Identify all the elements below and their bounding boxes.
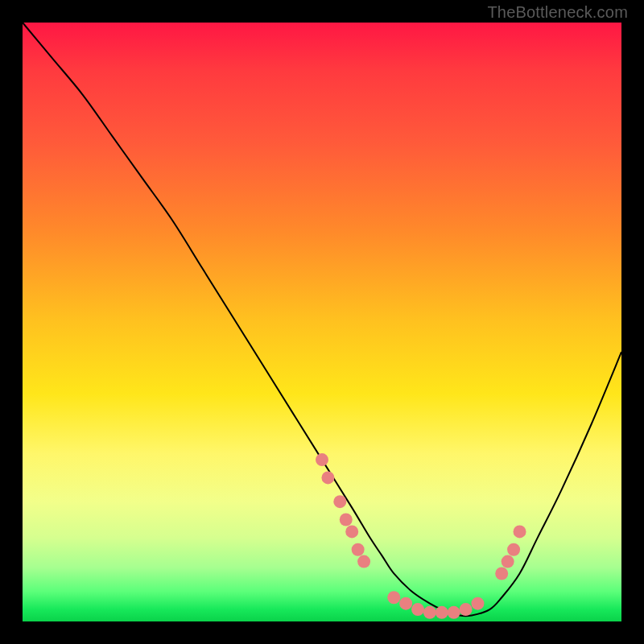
marker-dot <box>436 606 448 619</box>
marker-dot <box>352 543 365 556</box>
watermark-text: TheBottleneck.com <box>487 3 628 22</box>
bottleneck-curve <box>23 23 621 616</box>
marker-dot <box>448 606 460 619</box>
marker-dot <box>502 555 514 568</box>
marker-dot <box>357 555 370 568</box>
marker-dot <box>321 471 334 484</box>
marker-dot <box>471 597 484 610</box>
marker-dot <box>345 525 358 538</box>
marker-dot <box>514 525 526 538</box>
marker-dot <box>423 606 436 619</box>
marker-dots <box>316 453 526 619</box>
marker-dot <box>340 514 353 526</box>
chart-frame: TheBottleneck.com <box>0 0 644 644</box>
curve-svg <box>23 23 621 621</box>
marker-dot <box>460 603 473 616</box>
marker-dot <box>495 567 508 580</box>
marker-dot <box>399 597 412 610</box>
marker-dot <box>316 453 328 466</box>
plot-area <box>23 23 621 621</box>
marker-dot <box>411 603 424 616</box>
marker-dot <box>333 495 346 508</box>
marker-dot <box>507 543 520 556</box>
marker-dot <box>387 591 400 604</box>
